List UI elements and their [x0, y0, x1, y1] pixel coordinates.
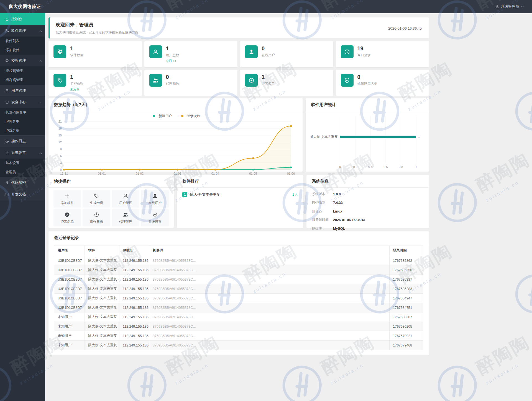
- table-cell: 1767685362: [390, 256, 423, 265]
- legend-item-1[interactable]: 登录次数: [179, 114, 200, 118]
- trend-chart-title: 数据趋势（近7天）: [48, 98, 303, 111]
- sidebar-item-17[interactable]: 开发文档: [0, 188, 45, 200]
- system-info-label: 系统版本: [312, 192, 333, 196]
- stat-extra: 未用 0: [70, 87, 83, 92]
- sidebar-item-0[interactable]: 控制台: [0, 13, 45, 25]
- sidebar-item-13[interactable]: 系统设置: [0, 147, 45, 159]
- system-info-label: 服务器时间: [312, 218, 333, 222]
- system-info-label: 服务器: [312, 209, 333, 214]
- system-info-value: MySQL: [333, 227, 345, 231]
- stat-value: 1: [262, 74, 275, 80]
- user-menu[interactable]: 超级管理员: [495, 4, 524, 9]
- system-info-value: 2026-01-06 16:36:41: [333, 218, 365, 222]
- sidebar-item-12[interactable]: 操作日志: [0, 135, 45, 147]
- svg-text:鼠大侠-文本去重复: 鼠大侠-文本去重复: [311, 135, 338, 139]
- table-cell: 112.249.155.186: [119, 256, 149, 265]
- sidebar-item-3[interactable]: 添加软件: [0, 46, 45, 55]
- system-info-row-3: 服务器时间 2026-01-06 16:36:41: [312, 216, 423, 224]
- clock-icon: [5, 139, 9, 143]
- sidebar-item-6[interactable]: 福利码管理: [0, 76, 45, 85]
- quick-action-6[interactable]: 代理管理: [112, 209, 140, 226]
- sidebar-item-label: 开发文档: [11, 192, 26, 197]
- stat-label: 代理商数: [166, 81, 179, 86]
- svg-text:15: 15: [58, 134, 62, 137]
- table-row: U3B1D1CB8D7鼠大侠-文本去重复112.249.155.1868769B…: [54, 294, 423, 303]
- stat-card-5: 0 代理商数: [144, 70, 238, 96]
- sidebar-item-5[interactable]: 授权码管理: [0, 66, 45, 76]
- sidebar-item-10[interactable]: IP黑名单: [0, 117, 45, 126]
- table-row: 未知用户鼠大侠-文本去重复112.249.155.1868769B5B5A691…: [54, 312, 423, 322]
- sidebar-item-label: 操作日志: [11, 139, 26, 144]
- sidebar-item-1[interactable]: 软件管理: [0, 25, 45, 37]
- software-users-chart-card: 软件用户统计 00.20.40.60.81鼠大侠-文本去重复1: [306, 98, 429, 172]
- sidebar-item-9[interactable]: 机器码黑名单: [0, 108, 45, 117]
- quick-action-3[interactable]: 在线用户: [141, 190, 169, 208]
- table-cell: 未知用户: [54, 331, 85, 341]
- table-cell: 鼠大侠-文本去重复: [85, 294, 119, 303]
- quick-action-2[interactable]: 用户管理: [112, 190, 140, 208]
- cert-icon: [5, 59, 9, 63]
- sidebar-item-16[interactable]: 代码加密: [0, 177, 45, 188]
- legend-item-0[interactable]: 新增用户: [151, 114, 172, 118]
- software-user-bar-chart: 00.20.40.60.81鼠大侠-文本去重复1: [311, 113, 423, 171]
- quick-action-label: 代理管理: [119, 219, 132, 224]
- table-cell: 8769B5B5A6914055373C...: [149, 256, 390, 265]
- sidebar-item-15[interactable]: 管理员: [0, 168, 45, 177]
- shield-icon: [344, 77, 350, 84]
- clock-icon: [344, 49, 350, 55]
- sidebar-item-4[interactable]: 授权管理: [0, 55, 45, 66]
- tag-icon: [94, 193, 99, 199]
- quick-action-1[interactable]: 生成卡密: [83, 190, 110, 208]
- table-cell: 鼠大侠-文本去重复: [85, 284, 119, 294]
- legend-label: 新增用户: [159, 114, 172, 118]
- trend-chart-svg: 03691215182112-3101-0101-0201-0301-0401-…: [54, 119, 296, 177]
- quick-action-5[interactable]: 操作日志: [83, 209, 110, 226]
- target-icon: [248, 77, 255, 84]
- svg-text:21: 21: [58, 120, 62, 123]
- stat-icon-tile: [53, 74, 66, 87]
- table-column-header: 软件: [85, 245, 119, 256]
- sidebar-item-11[interactable]: IP白名单: [0, 126, 45, 135]
- table-cell: 1767685283: [390, 284, 423, 294]
- quick-action-0[interactable]: 添加软件: [53, 190, 81, 208]
- sidebar-item-label: 机器码黑名单: [6, 110, 26, 115]
- table-cell: 未知用户: [54, 322, 85, 331]
- trend-chart-legend: 新增用户登录次数: [54, 113, 297, 119]
- stats-row-2: 1 卡密总数 未用 0 0 代理商数 1 IP黑名单 0 机器码黑名单: [48, 70, 429, 96]
- quick-action-7[interactable]: 系统设置: [141, 209, 169, 226]
- table-cell: 112.249.155.186: [119, 284, 149, 294]
- gear-icon: [152, 212, 158, 218]
- stat-extra: [70, 59, 83, 62]
- table-cell: 鼠大侠-文本去重复: [85, 331, 119, 341]
- plus-icon: [64, 193, 70, 199]
- ranking-item-0: 1 鼠大侠-文本去重复 1人: [177, 188, 303, 201]
- sidebar-item-label: IP白名单: [6, 128, 19, 133]
- sidebar-item-8[interactable]: 安全中心: [0, 96, 45, 108]
- sidebar-item-label: 添加软件: [6, 48, 19, 53]
- sidebar-item-label: 代码加密: [11, 180, 26, 185]
- table-row: U3B1D1CB8D7鼠大侠-文本去重复112.249.155.1868769B…: [54, 256, 423, 265]
- svg-text:12: 12: [58, 141, 62, 144]
- table-row: U3B1D1CB8D7鼠大侠-文本去重复112.249.155.1868769B…: [54, 275, 423, 284]
- sidebar-item-label: 控制台: [11, 17, 22, 22]
- stat-value: 19: [357, 46, 371, 51]
- sidebar-item-2[interactable]: 软件列表: [0, 37, 45, 46]
- table-cell: 8769B5B5A6914055373C...: [149, 294, 390, 303]
- user-name: 超级管理员: [501, 4, 519, 9]
- table-cell: U3B1D1CB8D7: [54, 256, 85, 265]
- svg-text:0.2: 0.2: [353, 165, 357, 169]
- stats-row-1: 1 软件数量 1 用户总数 今日 +1 0 在线用户 19 今日登录: [48, 41, 429, 67]
- quick-action-4[interactable]: IP黑名单: [53, 209, 81, 226]
- rank-count: 1人: [292, 192, 298, 197]
- table-cell: 112.249.155.186: [119, 331, 149, 341]
- chevron-down-icon: [521, 5, 524, 9]
- table-cell: U3B1D1CB8D7: [54, 303, 85, 312]
- table-cell: U3B1D1CB8D7: [54, 265, 85, 275]
- legend-marker: [151, 116, 157, 116]
- table-cell: 112.249.155.186: [119, 275, 149, 284]
- sidebar-item-14[interactable]: 基本设置: [0, 159, 45, 168]
- sidebar-item-7[interactable]: 用户管理: [0, 85, 45, 96]
- rank-badge: 1: [182, 192, 187, 197]
- table-row: 未知用户鼠大侠-文本去重复112.249.155.1868769B5B5A691…: [54, 331, 423, 341]
- system-info-rows: 系统版本 1.0.0PHP版本 7.4.33服务器 Linux服务器时间 202…: [306, 188, 429, 233]
